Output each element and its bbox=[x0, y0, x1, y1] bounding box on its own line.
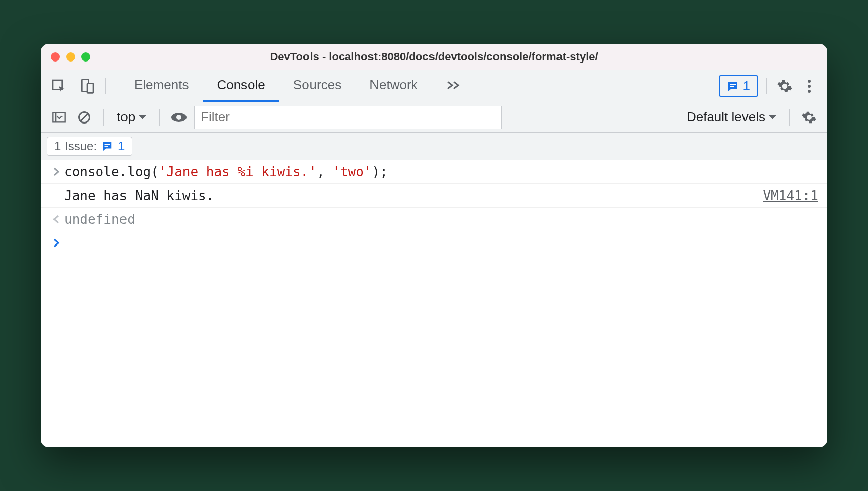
clear-console-icon[interactable] bbox=[74, 107, 94, 128]
device-toolbar-icon[interactable] bbox=[77, 76, 97, 96]
inspect-element-icon[interactable] bbox=[49, 76, 69, 96]
tab-network[interactable]: Network bbox=[355, 70, 431, 102]
separator bbox=[766, 78, 767, 94]
issue-chip[interactable]: 1 Issue: 1 bbox=[47, 137, 132, 156]
svg-point-16 bbox=[53, 218, 55, 220]
main-tabbar: Elements Console Sources Network 1 bbox=[41, 70, 827, 102]
svg-rect-3 bbox=[730, 84, 736, 85]
console-return-line: undefined bbox=[41, 208, 827, 231]
issues-badge-count: 1 bbox=[743, 78, 750, 94]
source-link[interactable]: VM141:1 bbox=[763, 188, 818, 203]
tab-overflow[interactable] bbox=[432, 70, 475, 102]
issues-row: 1 Issue: 1 bbox=[41, 133, 827, 160]
titlebar: DevTools - localhost:8080/docs/devtools/… bbox=[41, 44, 827, 70]
return-chevron-icon bbox=[50, 215, 64, 224]
traffic-lights bbox=[51, 52, 90, 62]
separator bbox=[103, 109, 104, 126]
svg-point-6 bbox=[808, 85, 811, 88]
console-input-line: console.log('Jane has %i kiwis.', 'two')… bbox=[41, 160, 827, 184]
minimize-window-button[interactable] bbox=[66, 52, 75, 62]
console-prompt-line[interactable] bbox=[41, 231, 827, 255]
input-chevron-icon bbox=[50, 167, 64, 176]
tabbar-left-tools bbox=[49, 76, 97, 96]
context-label: top bbox=[117, 109, 135, 125]
code-call: console.log( bbox=[64, 164, 159, 179]
svg-point-5 bbox=[808, 80, 811, 83]
separator bbox=[105, 78, 106, 94]
filter-input[interactable] bbox=[194, 106, 502, 129]
svg-line-11 bbox=[81, 114, 88, 121]
code-suffix: ); bbox=[372, 164, 388, 179]
console-toolbar: top Default levels bbox=[41, 102, 827, 133]
tab-console[interactable]: Console bbox=[203, 70, 279, 102]
log-levels-dropdown[interactable]: Default levels bbox=[683, 109, 780, 125]
prompt-chevron-icon bbox=[50, 238, 64, 248]
console-body: console.log('Jane has %i kiwis.', 'two')… bbox=[41, 160, 827, 447]
svg-rect-14 bbox=[105, 144, 110, 145]
code-string-2: 'two' bbox=[332, 164, 371, 179]
tab-elements[interactable]: Elements bbox=[120, 70, 203, 102]
svg-point-13 bbox=[176, 115, 181, 120]
chevron-down-icon bbox=[768, 115, 776, 120]
settings-icon[interactable] bbox=[775, 76, 795, 96]
console-output-line: Jane has NaN kiwis. VM141:1 bbox=[41, 184, 827, 208]
maximize-window-button[interactable] bbox=[81, 52, 90, 62]
svg-rect-15 bbox=[105, 146, 108, 147]
code-separator: , bbox=[317, 164, 332, 179]
live-expression-icon[interactable] bbox=[169, 107, 189, 128]
code-input: console.log('Jane has %i kiwis.', 'two')… bbox=[64, 164, 388, 179]
issues-badge[interactable]: 1 bbox=[719, 75, 758, 97]
code-string-1: 'Jane has %i kiwis.' bbox=[159, 164, 317, 179]
close-window-button[interactable] bbox=[51, 52, 60, 62]
console-settings-icon[interactable] bbox=[799, 107, 819, 128]
chevron-double-right-icon bbox=[446, 80, 461, 90]
svg-point-7 bbox=[808, 90, 811, 93]
separator bbox=[789, 109, 790, 126]
svg-rect-4 bbox=[730, 86, 734, 87]
execution-context-dropdown[interactable]: top bbox=[113, 109, 150, 125]
devtools-window: DevTools - localhost:8080/docs/devtools/… bbox=[41, 44, 827, 447]
window-title: DevTools - localhost:8080/docs/devtools/… bbox=[270, 50, 598, 64]
chevron-down-icon bbox=[138, 115, 146, 120]
return-value: undefined bbox=[64, 212, 135, 227]
issue-count: 1 bbox=[118, 139, 125, 153]
message-icon bbox=[102, 141, 113, 152]
levels-label: Default levels bbox=[687, 109, 765, 125]
separator bbox=[159, 109, 160, 126]
svg-rect-2 bbox=[87, 83, 93, 93]
more-menu-icon[interactable] bbox=[799, 76, 819, 96]
tabs: Elements Console Sources Network bbox=[120, 70, 475, 102]
tab-sources[interactable]: Sources bbox=[279, 70, 355, 102]
issue-label: 1 Issue: bbox=[54, 139, 97, 153]
console-sidebar-toggle-icon[interactable] bbox=[49, 107, 69, 128]
message-icon bbox=[727, 80, 739, 92]
output-text: Jane has NaN kiwis. bbox=[64, 188, 214, 203]
